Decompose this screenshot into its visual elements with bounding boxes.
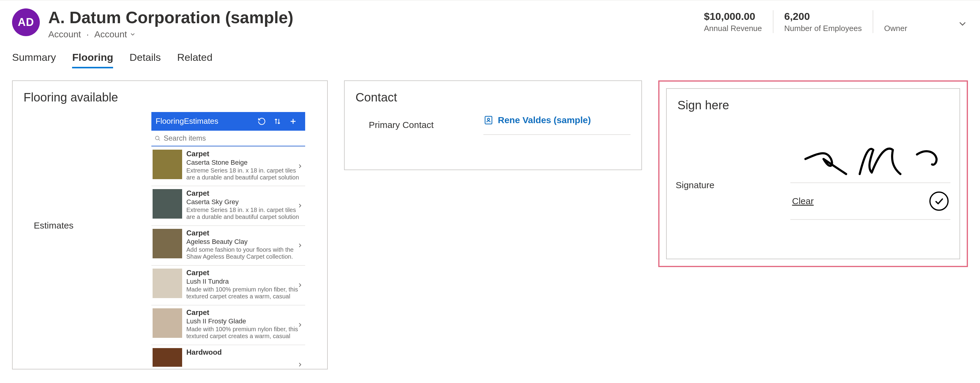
- signature-field-label: Signature: [676, 120, 790, 190]
- metric-label: Number of Employees: [784, 24, 862, 33]
- header-expand-button[interactable]: [957, 18, 968, 29]
- tabs: Summary Flooring Details Related: [0, 40, 980, 68]
- add-button[interactable]: [285, 114, 301, 129]
- check-icon: [934, 196, 944, 206]
- svg-point-5: [487, 118, 489, 120]
- gallery-title: FlooringEstimates: [156, 117, 254, 126]
- header-metrics: $10,000.00 Annual Revenue 6,200 Number o…: [693, 8, 948, 33]
- item-category: Carpet: [186, 150, 304, 158]
- sort-icon: [273, 117, 282, 125]
- metric-value: -: [884, 10, 931, 22]
- record-type-dropdown[interactable]: Account: [94, 29, 136, 40]
- panel-flooring-available: Flooring available Estimates FlooringEst…: [12, 81, 328, 369]
- gallery-header: FlooringEstimates: [151, 112, 305, 131]
- item-category: Carpet: [186, 229, 304, 237]
- panel-title: Contact: [345, 81, 641, 112]
- chevron-right-icon: [297, 241, 303, 250]
- confirm-signature-button[interactable]: [929, 192, 949, 211]
- primary-contact-label: Primary Contact: [369, 120, 471, 130]
- metric-value: 6,200: [784, 10, 862, 22]
- panel-sign-here: Sign here Signature Clear: [658, 81, 968, 267]
- estimates-field-label: Estimates: [34, 112, 151, 367]
- metric-value: $10,000.00: [704, 10, 762, 22]
- metric-label: Annual Revenue: [704, 24, 762, 33]
- panel-title: Sign here: [667, 89, 959, 120]
- swatch-thumbnail: [153, 348, 182, 367]
- gallery-item[interactable]: CarpetAgeless Beauty ClayAdd some fashio…: [151, 226, 305, 266]
- tab-details[interactable]: Details: [129, 52, 161, 68]
- gallery-list: CarpetCaserta Stone BeigeExtreme Series …: [151, 146, 305, 367]
- gallery-item[interactable]: CarpetCaserta Stone BeigeExtreme Series …: [151, 146, 305, 186]
- clear-signature-link[interactable]: Clear: [792, 196, 814, 206]
- item-description: Made with 100% premium nylon fiber, this…: [186, 326, 304, 341]
- item-name: Caserta Stone Beige: [186, 159, 304, 166]
- item-category: Carpet: [186, 269, 304, 277]
- search-icon: [154, 135, 161, 141]
- refresh-icon: [258, 117, 266, 125]
- avatar: AD: [12, 8, 40, 36]
- record-header: AD A. Datum Corporation (sample) Account…: [0, 1, 980, 40]
- signature-canvas[interactable]: [790, 120, 950, 183]
- tab-related[interactable]: Related: [177, 52, 212, 68]
- swatch-thumbnail: [153, 229, 182, 258]
- chevron-down-icon: [957, 18, 968, 29]
- chevron-right-icon: [297, 361, 303, 367]
- refresh-button[interactable]: [254, 114, 270, 129]
- item-description: Add some fashion to your floors with the…: [186, 246, 304, 260]
- swatch-thumbnail: [153, 308, 182, 338]
- primary-contact-name: Rene Valdes (sample): [498, 115, 591, 125]
- panel-contact: Contact Primary Contact Rene Valdes (sam…: [344, 81, 642, 170]
- swatch-thumbnail: [153, 189, 182, 218]
- gallery-item[interactable]: CarpetLush II Frosty GladeMade with 100%…: [151, 305, 305, 345]
- contact-icon: [484, 115, 494, 125]
- record-type-label: Account: [94, 29, 127, 40]
- gallery-item[interactable]: Hardwood: [151, 345, 305, 367]
- chevron-right-icon: [297, 162, 303, 171]
- gallery-item[interactable]: CarpetLush II TundraMade with 100% premi…: [151, 266, 305, 305]
- item-name: Lush II Frosty Glade: [186, 317, 304, 325]
- item-description: Extreme Series 18 in. x 18 in. carpet ti…: [186, 167, 304, 182]
- item-name: Lush II Tundra: [186, 278, 304, 285]
- gallery-search[interactable]: [151, 131, 305, 146]
- signature-stroke: [801, 141, 940, 177]
- item-category: Carpet: [186, 308, 304, 317]
- page-title: A. Datum Corporation (sample): [48, 8, 693, 27]
- metric-owner[interactable]: - Owner: [873, 10, 942, 33]
- item-description: Extreme Series 18 in. x 18 in. carpet ti…: [186, 207, 304, 222]
- swatch-thumbnail: [153, 269, 182, 298]
- metric-annual-revenue[interactable]: $10,000.00 Annual Revenue: [693, 10, 773, 33]
- chevron-right-icon: [297, 321, 303, 329]
- flooring-gallery: FlooringEstimates: [151, 112, 305, 367]
- search-input[interactable]: [163, 134, 302, 143]
- item-description: Made with 100% premium nylon fiber, this…: [186, 286, 304, 301]
- item-category: Carpet: [186, 189, 304, 198]
- separator-dot: ·: [86, 29, 89, 40]
- tab-summary[interactable]: Summary: [12, 52, 56, 68]
- item-name: Ageless Beauty Clay: [186, 238, 304, 246]
- swatch-thumbnail: [153, 150, 182, 179]
- metric-employees[interactable]: 6,200 Number of Employees: [773, 10, 873, 33]
- sort-button[interactable]: [270, 114, 285, 129]
- item-category: Hardwood: [186, 348, 304, 356]
- chevron-right-icon: [297, 281, 303, 290]
- gallery-item[interactable]: CarpetCaserta Sky GreyExtreme Series 18 …: [151, 186, 305, 226]
- metric-label: Owner: [884, 24, 931, 33]
- item-name: Caserta Sky Grey: [186, 198, 304, 206]
- entity-type-label: Account: [48, 29, 81, 40]
- chevron-down-icon: [129, 31, 136, 38]
- svg-line-3: [159, 139, 160, 141]
- panel-title: Flooring available: [13, 81, 327, 112]
- plus-icon: [289, 117, 298, 125]
- chevron-right-icon: [297, 201, 303, 210]
- primary-contact-link[interactable]: Rene Valdes (sample): [484, 115, 630, 135]
- tab-flooring[interactable]: Flooring: [72, 52, 113, 68]
- svg-point-2: [155, 136, 159, 140]
